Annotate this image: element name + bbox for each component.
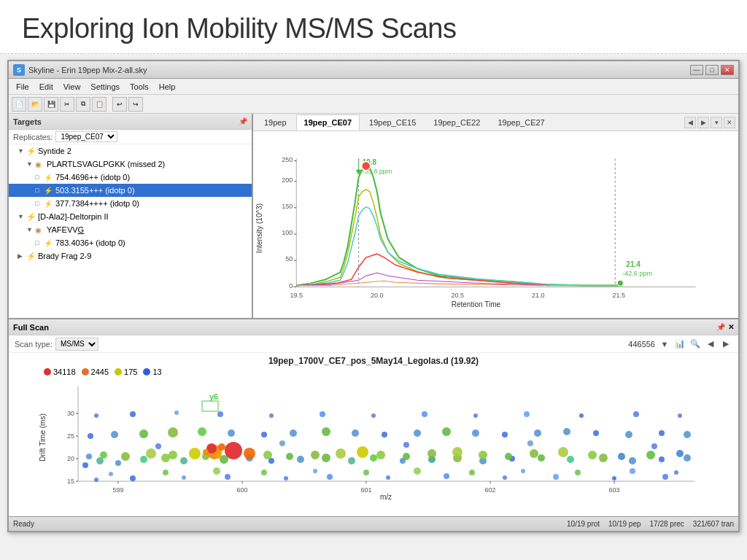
- toolbar-copy[interactable]: ⧉: [76, 97, 90, 112]
- slide-title-area: Exploring Ion Mobility MS/MS Scans: [0, 0, 747, 54]
- svg-point-65: [612, 476, 616, 481]
- tree-precursor-754[interactable]: □ ⚡ 754.4696++ (idotp 0): [9, 171, 252, 184]
- menu-view[interactable]: View: [59, 81, 85, 93]
- tab-controls: ◀ ▶ ▾ ✕: [684, 117, 735, 128]
- svg-point-146: [422, 411, 427, 417]
- toolbar-open[interactable]: 📂: [28, 97, 42, 112]
- tree-peptide-yafevvg[interactable]: ▼ ◉ YAFEVVG: [9, 223, 252, 236]
- toolbar-save[interactable]: 💾: [44, 97, 58, 112]
- svg-point-120: [139, 429, 148, 438]
- legend-value-2: 2445: [91, 368, 109, 376]
- svg-point-57: [182, 475, 186, 480]
- tree-precursor-783[interactable]: □ ⚡ 783.4036+ (idotp 0): [9, 236, 252, 249]
- svg-point-80: [370, 454, 377, 462]
- filter-icon[interactable]: ▼: [658, 338, 671, 351]
- svg-point-69: [115, 460, 121, 466]
- prev-scan-btn[interactable]: ◀: [704, 338, 717, 351]
- svg-point-129: [414, 429, 421, 437]
- svg-point-139: [94, 413, 98, 418]
- tab-19pep-ce27[interactable]: 19pep_CE27: [490, 114, 553, 131]
- maximize-button[interactable]: □: [705, 65, 719, 75]
- svg-point-168: [674, 470, 678, 475]
- scan-type-select[interactable]: MS/MS MS1: [55, 338, 98, 351]
- chromatogram-panel: 19pep 19pep_CE07 19pep_CE15 19pep_CE22 1…: [253, 114, 738, 318]
- svg-point-92: [86, 454, 92, 459]
- legend-value-1: 34118: [53, 368, 76, 376]
- svg-point-30: [617, 280, 623, 286]
- menu-tools[interactable]: Tools: [125, 81, 153, 93]
- tab-19pep-ce15[interactable]: 19pep_CE15: [361, 114, 424, 131]
- legend-item-4: 13: [143, 368, 161, 376]
- toolbar-undo[interactable]: ↩: [112, 97, 127, 112]
- replicate-dropdown[interactable]: 19pep_CE07 19pep_CE15 19pep_CE22 19pep_C…: [55, 131, 117, 142]
- svg-point-128: [382, 432, 387, 438]
- svg-text:602: 602: [484, 486, 495, 494]
- svg-point-104: [336, 448, 346, 459]
- toolbar-paste[interactable]: 📋: [92, 97, 107, 112]
- menu-edit[interactable]: Edit: [35, 81, 58, 93]
- toolbar-cut[interactable]: ✂: [60, 97, 74, 112]
- tab-next-btn[interactable]: ▶: [697, 117, 709, 128]
- svg-point-60: [327, 474, 333, 480]
- tab-19pep[interactable]: 19pep: [256, 114, 295, 131]
- menu-file[interactable]: File: [12, 81, 34, 93]
- targets-panel: Targets 📌 Replicates: 19pep_CE07 19pep_C…: [9, 114, 253, 318]
- expand-icon-783: □: [35, 239, 42, 246]
- svg-point-162: [363, 470, 369, 475]
- panel-pin-fullscan[interactable]: 📌: [716, 323, 725, 331]
- tab-19pep-ce22[interactable]: 19pep_CE22: [425, 114, 488, 131]
- tree-group-dala[interactable]: ▼ ⚡ [D-Ala2]-Deltorpin II: [9, 210, 252, 223]
- svg-point-102: [286, 453, 293, 460]
- protein-icon-brady: ⚡: [26, 252, 36, 260]
- toolbar: 📄 📂 💾 ✂ ⧉ 📋 ↩ ↪: [9, 95, 738, 114]
- svg-point-108: [427, 449, 436, 458]
- svg-point-106: [376, 451, 385, 459]
- svg-text:0: 0: [289, 282, 293, 289]
- svg-text:30: 30: [67, 410, 74, 417]
- svg-point-153: [279, 440, 285, 446]
- svg-point-155: [527, 440, 533, 446]
- svg-point-72: [180, 457, 187, 464]
- window-controls[interactable]: — □ ✕: [690, 65, 734, 75]
- svg-point-161: [313, 469, 317, 473]
- toolbar-new[interactable]: 📄: [12, 97, 26, 112]
- tab-close-btn[interactable]: ✕: [724, 117, 735, 128]
- menu-help[interactable]: Help: [155, 81, 180, 93]
- tree-container[interactable]: ▼ ⚡ Syntide 2 ▼ ◉ PLARTLSVAGLPGKK (misse…: [9, 144, 252, 318]
- svg-point-159: [213, 467, 220, 475]
- tab-menu-btn[interactable]: ▾: [711, 117, 722, 128]
- search-icon[interactable]: 🔍: [689, 338, 702, 351]
- fullscan-close[interactable]: ✕: [728, 323, 734, 331]
- legend-row: 34118 2445 175 13: [44, 368, 732, 376]
- svg-point-95: [146, 448, 156, 459]
- svg-text:21.5: 21.5: [612, 292, 625, 299]
- panel-pin[interactable]: 📌: [239, 117, 247, 125]
- svg-text:600: 600: [236, 486, 247, 494]
- tree-peptide-plart[interactable]: ▼ ◉ PLARTLSVAGLPGKK (missed 2): [9, 158, 252, 171]
- tree-group-syntide[interactable]: ▼ ⚡ Syntide 2: [9, 144, 252, 158]
- svg-text:m/z: m/z: [380, 493, 392, 499]
- tab-prev-btn[interactable]: ◀: [684, 117, 696, 128]
- chart-icon[interactable]: 📊: [673, 338, 686, 351]
- close-button[interactable]: ✕: [721, 65, 734, 75]
- svg-point-152: [155, 443, 161, 449]
- svg-point-107: [403, 453, 410, 460]
- toolbar-redo[interactable]: ↪: [128, 97, 143, 112]
- tree-group-brady[interactable]: ▶ ⚡ Brady Frag 2-9: [9, 249, 252, 262]
- menu-settings[interactable]: Settings: [86, 81, 124, 93]
- svg-point-87: [567, 456, 574, 463]
- expand-icon-plart: ▼: [26, 160, 34, 168]
- svg-point-117: [676, 450, 684, 457]
- svg-point-141: [174, 411, 179, 415]
- svg-point-27: [362, 162, 371, 171]
- targets-panel-header: Targets 📌: [9, 114, 252, 130]
- next-scan-btn[interactable]: ▶: [719, 338, 732, 351]
- tree-label-754: 754.4696++ (idotp 0): [55, 173, 130, 182]
- peptide-icon-yaf: ◉: [35, 225, 45, 234]
- tree-precursor-377[interactable]: □ ⚡ 377.7384++++ (idotp 0): [9, 197, 252, 210]
- tab-19pep-ce07[interactable]: 19pep_CE07: [296, 114, 360, 131]
- svg-point-127: [352, 429, 359, 437]
- svg-point-144: [320, 411, 325, 417]
- minimize-button[interactable]: —: [690, 65, 703, 75]
- tree-precursor-503[interactable]: □ ⚡ 503.3155+++ (idotp 0): [9, 184, 252, 197]
